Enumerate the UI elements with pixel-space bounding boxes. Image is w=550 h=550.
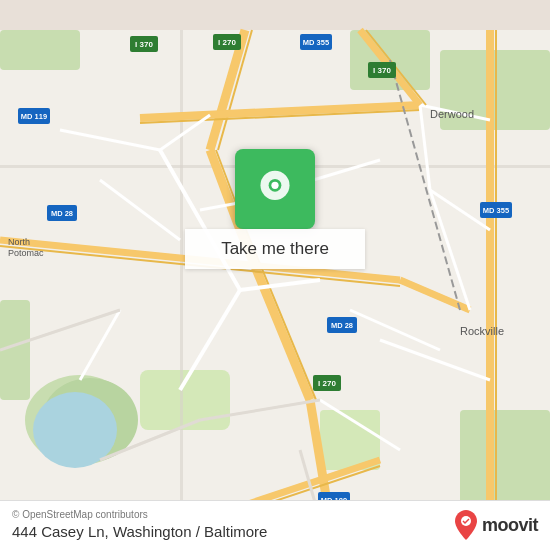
svg-text:North: North <box>8 237 30 247</box>
svg-point-78 <box>271 182 278 189</box>
svg-text:I 270: I 270 <box>218 38 236 47</box>
svg-text:MD 355: MD 355 <box>483 206 509 215</box>
svg-text:Derwood: Derwood <box>430 108 474 120</box>
svg-text:MD 28: MD 28 <box>51 209 73 218</box>
svg-rect-12 <box>180 30 183 520</box>
svg-text:MD 355: MD 355 <box>303 38 329 47</box>
svg-text:Rockville: Rockville <box>460 325 504 337</box>
take-me-there-button[interactable]: Take me there <box>185 229 365 269</box>
svg-text:I 270: I 270 <box>318 379 336 388</box>
pin-icon <box>257 169 293 209</box>
moovit-brand-text: moovit <box>482 515 538 536</box>
svg-text:I 370: I 370 <box>373 66 391 75</box>
svg-text:I 370: I 370 <box>135 40 153 49</box>
svg-rect-5 <box>0 30 80 70</box>
cta-container: Take me there <box>185 149 365 269</box>
moovit-logo: moovit <box>454 510 538 540</box>
svg-point-10 <box>33 392 117 468</box>
svg-text:Potomac: Potomac <box>8 248 44 258</box>
map-container: Derwood North Potomac Rockville I 270 I … <box>0 0 550 550</box>
moovit-pin-icon <box>454 510 478 540</box>
svg-text:MD 119: MD 119 <box>21 112 47 121</box>
map-svg: Derwood North Potomac Rockville I 270 I … <box>0 0 550 550</box>
svg-text:MD 28: MD 28 <box>331 321 353 330</box>
map-pin <box>235 149 315 229</box>
bottom-bar: © OpenStreetMap contributors 444 Casey L… <box>0 500 550 550</box>
